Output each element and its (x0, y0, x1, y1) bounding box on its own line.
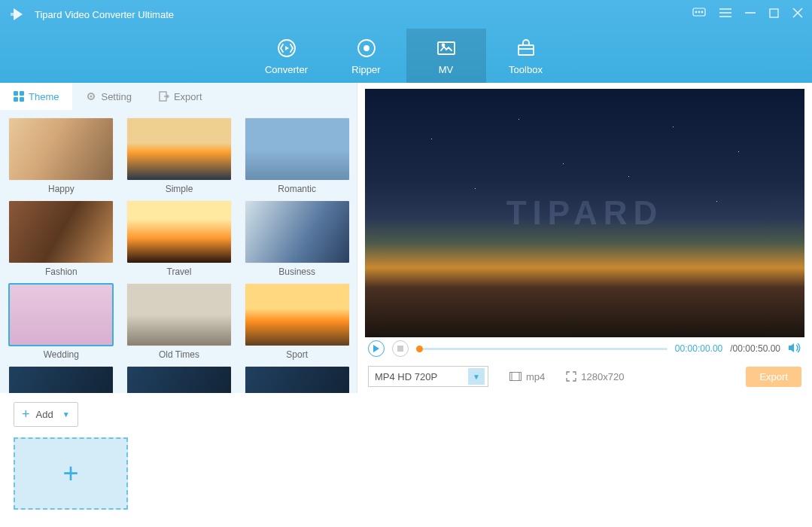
nav-label: Ripper (351, 64, 380, 75)
chevron-down-icon: ▼ (62, 410, 70, 419)
panel-tabs: Theme Setting Export (0, 83, 357, 110)
tab-theme[interactable]: Theme (0, 83, 72, 110)
timeline-panel: + Add ▼ + (0, 393, 812, 527)
theme-thumbnail (126, 200, 232, 264)
tab-setting[interactable]: Setting (72, 83, 144, 110)
theme-romantic[interactable]: Romantic (242, 117, 352, 194)
svg-rect-9 (770, 9, 778, 17)
theme-business[interactable]: Business (242, 200, 352, 277)
ripper-icon (355, 37, 378, 59)
theme-grid[interactable]: HappySimpleRomanticFashionTravelBusiness… (0, 110, 357, 393)
volume-icon[interactable] (788, 343, 801, 355)
nav-label: Toolbox (509, 64, 543, 75)
svg-rect-21 (20, 91, 24, 96)
player-controls: 00:00:00.00/00:00:50.00 (357, 337, 812, 360)
feedback-icon[interactable] (692, 8, 706, 21)
svg-rect-20 (14, 91, 18, 96)
time-total: /00:00:50.00 (730, 343, 780, 354)
theme-item[interactable] (6, 366, 117, 393)
theme-thumbnail (126, 117, 232, 181)
theme-travel[interactable]: Travel (124, 200, 235, 277)
add-button[interactable]: + Add ▼ (14, 402, 78, 427)
right-panel: TIPARD 00:00:00.00/00:00:50.00 MP4 HD 72… (357, 83, 812, 393)
mv-icon (435, 37, 458, 59)
play-button[interactable] (368, 340, 385, 357)
theme-thumbnail (8, 283, 114, 346)
theme-fashion[interactable]: Fashion (6, 200, 117, 277)
theme-item[interactable] (124, 366, 235, 393)
menu-icon[interactable] (719, 8, 731, 21)
tab-export[interactable]: Export (145, 83, 216, 110)
stop-button[interactable] (392, 340, 409, 357)
film-icon (509, 372, 522, 381)
chevron-down-icon: ▼ (468, 368, 485, 385)
theme-wedding[interactable]: Wedding (6, 283, 117, 360)
theme-thumbnail (245, 200, 350, 264)
svg-rect-23 (20, 97, 24, 102)
resolution-info: 1280x720 (566, 371, 624, 382)
svg-marker-27 (373, 345, 379, 352)
window-controls (692, 8, 803, 21)
theme-label: Old Times (159, 349, 199, 360)
nav-label: Converter (265, 64, 308, 75)
video-preview[interactable]: TIPARD (365, 89, 804, 337)
svg-rect-0 (11, 13, 14, 16)
tab-label: Theme (29, 91, 59, 102)
export-button[interactable]: Export (746, 367, 801, 387)
theme-thumbnail (8, 366, 114, 393)
theme-thumbnail (126, 366, 232, 393)
resolution-label: 1280x720 (581, 371, 624, 382)
theme-thumbnail (8, 117, 114, 181)
svg-point-2 (695, 11, 697, 13)
nav-converter[interactable]: Converter (247, 29, 327, 83)
theme-label: Wedding (44, 349, 79, 360)
svg-rect-28 (397, 346, 403, 352)
theme-happy[interactable]: Happy (6, 117, 117, 194)
toolbox-icon (515, 37, 537, 59)
seek-bar[interactable] (416, 348, 668, 350)
gear-icon (86, 91, 96, 102)
time-current: 00:00:00.00 (675, 343, 722, 354)
svg-point-25 (90, 96, 93, 98)
svg-rect-16 (438, 42, 455, 54)
theme-simple[interactable]: Simple (124, 117, 235, 194)
seek-handle[interactable] (416, 346, 423, 352)
svg-rect-22 (14, 97, 18, 102)
theme-sport[interactable]: Sport (242, 283, 352, 360)
container-info: mp4 (509, 371, 545, 382)
main-body: Theme Setting Export HappySimpleRomantic… (0, 83, 812, 393)
theme-old-times[interactable]: Old Times (124, 283, 235, 360)
plus-icon: + (62, 458, 78, 489)
tab-label: Export (174, 91, 202, 102)
theme-label: Sport (286, 349, 308, 360)
app-logo-icon (9, 5, 27, 23)
svg-point-15 (364, 46, 369, 50)
svg-point-3 (698, 11, 700, 13)
theme-label: Romantic (278, 184, 316, 194)
theme-thumbnail (8, 200, 114, 264)
plus-icon: + (22, 407, 30, 422)
app-title: Tipard Video Converter Ultimate (35, 9, 692, 20)
tab-label: Setting (101, 91, 131, 102)
maximize-icon[interactable] (769, 8, 779, 21)
nav-label: MV (439, 64, 454, 75)
add-media-placeholder[interactable]: + (14, 437, 128, 510)
theme-thumbnail (245, 283, 350, 346)
grid-icon (14, 91, 24, 102)
theme-item[interactable] (242, 366, 352, 393)
export-bar: MP4 HD 720P ▼ mp4 1280x720 Export (357, 360, 812, 393)
format-select[interactable]: MP4 HD 720P ▼ (368, 366, 488, 387)
close-icon[interactable] (792, 8, 803, 21)
export-icon (159, 91, 169, 102)
main-nav: Converter Ripper MV Toolbox (0, 29, 812, 83)
theme-label: Business (278, 267, 315, 277)
nav-toolbox[interactable]: Toolbox (486, 29, 566, 83)
container-label: mp4 (526, 371, 545, 382)
nav-mv[interactable]: MV (406, 29, 486, 83)
svg-point-4 (701, 11, 703, 13)
theme-thumbnail (245, 366, 350, 393)
nav-ripper[interactable]: Ripper (327, 29, 406, 83)
format-value: MP4 HD 720P (375, 371, 437, 382)
minimize-icon[interactable] (745, 8, 756, 21)
svg-marker-13 (285, 46, 289, 50)
